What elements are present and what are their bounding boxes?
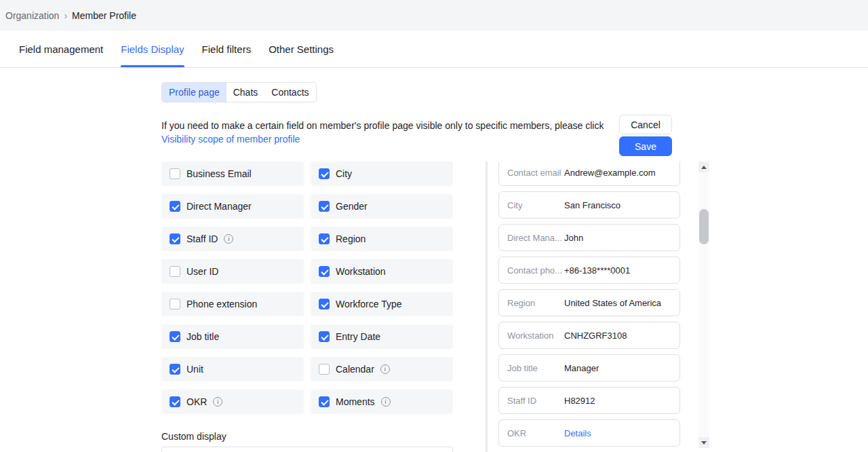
preview-field-value: Andrew@example.com (564, 168, 656, 178)
checkbox-icon[interactable] (170, 299, 180, 309)
field-column-1: Business Email Direct Manager Staff ID U… (161, 162, 304, 414)
field-row-entry-date[interactable]: Entry Date (311, 324, 453, 349)
field-label: Workstation (336, 266, 386, 277)
field-label: Workforce Type (336, 299, 402, 309)
preview-field-value: H82912 (564, 396, 595, 406)
subtab-chats[interactable]: Chats (226, 83, 265, 102)
subtab-label: Contacts (271, 87, 309, 98)
preview-field-label: Job title (507, 363, 564, 373)
tab-field-management[interactable]: Field management (19, 31, 103, 67)
preview-field-label: Region (507, 298, 564, 308)
field-row-direct-manager[interactable]: Direct Manager (161, 194, 304, 219)
field-row-business-email[interactable]: Business Email (161, 162, 304, 186)
preview-row-direct-mana: Direct Mana... John (498, 224, 680, 251)
action-buttons: Cancel Save (619, 115, 672, 156)
tab-label: Other Settings (269, 43, 334, 55)
save-button[interactable]: Save (619, 136, 672, 156)
preview-field-label: Contact email (507, 168, 564, 178)
preview-field-label: City (507, 200, 564, 210)
preview-row-contact-email: Contact email Andrew@example.com (498, 162, 680, 186)
subtab-profile-page[interactable]: Profile page (162, 83, 226, 102)
checkbox-icon[interactable] (319, 168, 330, 179)
field-label: City (336, 168, 352, 179)
field-column-2: City Gender Region Workstation Workforce… (311, 162, 453, 414)
field-row-city[interactable]: City (311, 162, 453, 186)
preview-field-value: Manager (564, 363, 599, 373)
checkbox-icon[interactable] (319, 201, 330, 212)
field-label: Gender (336, 201, 368, 212)
checkbox-icon[interactable] (319, 396, 330, 407)
preview-field-label: Staff ID (507, 396, 564, 406)
checkbox-icon[interactable] (170, 233, 180, 244)
info-icon[interactable] (224, 234, 233, 244)
preview-row-job-title: Job title Manager (498, 354, 680, 381)
preview-field-value: CNHZGRF3108 (564, 331, 627, 341)
checkbox-icon[interactable] (170, 396, 180, 407)
field-label: Direct Manager (186, 201, 252, 212)
field-row-workforce-type[interactable]: Workforce Type (311, 292, 453, 316)
field-row-job-title[interactable]: Job title (161, 324, 304, 349)
field-row-staff-id[interactable]: Staff ID (161, 227, 304, 251)
preview-details-link[interactable]: Details (564, 428, 591, 438)
preview-field-label: Direct Mana... (507, 233, 564, 243)
breadcrumb: Organization › Member Profile (0, 0, 868, 31)
preview-field-value: John (564, 233, 583, 243)
checkbox-icon[interactable] (170, 266, 180, 277)
preview-field-value: San Francisco (564, 200, 620, 210)
scroll-down-arrow-icon[interactable] (698, 437, 709, 448)
field-row-moments[interactable]: Moments (311, 390, 453, 414)
checkbox-icon[interactable] (170, 201, 180, 212)
preview-field-label: Workstation (507, 331, 564, 341)
field-row-calendar[interactable]: Calendar (311, 357, 453, 381)
info-icon[interactable] (213, 397, 222, 407)
profile-preview-panel: Contact email Andrew@example.com City Sa… (498, 162, 680, 452)
subtab-label: Chats (233, 87, 258, 98)
field-row-workstation[interactable]: Workstation (311, 259, 453, 284)
breadcrumb-organization[interactable]: Organization (5, 10, 59, 21)
preview-field-label: OKR (507, 428, 564, 438)
subtab-contacts[interactable]: Contacts (264, 83, 315, 102)
preview-field-label: Contact pho... (507, 265, 564, 276)
main-tabbar: Field managementFields DisplayField filt… (0, 31, 868, 68)
tab-fields-display[interactable]: Fields Display (121, 31, 184, 67)
field-label: Job title (186, 331, 219, 342)
info-icon[interactable] (380, 364, 390, 374)
field-label: Phone extension (186, 299, 257, 309)
checkbox-icon[interactable] (170, 364, 180, 375)
field-row-user-id[interactable]: User ID (161, 259, 304, 284)
cancel-button[interactable]: Cancel (619, 115, 672, 134)
field-row-unit[interactable]: Unit (161, 357, 304, 381)
tab-field-filters[interactable]: Field filters (202, 31, 252, 67)
preview-scrollbar[interactable] (698, 162, 709, 448)
breadcrumb-separator-icon: › (64, 10, 67, 21)
checkbox-icon[interactable] (319, 331, 330, 342)
custom-display-row (161, 447, 453, 452)
checkbox-icon[interactable] (319, 266, 330, 277)
field-row-region[interactable]: Region (311, 227, 453, 251)
description-text: If you need to make a certain field on m… (161, 119, 609, 132)
checkbox-icon[interactable] (170, 168, 180, 179)
scrollbar-thumb[interactable] (699, 209, 709, 244)
tab-label: Field filters (202, 43, 252, 55)
field-label: OKR (186, 396, 207, 407)
tab-label: Field management (19, 43, 103, 55)
checkbox-icon[interactable] (170, 331, 180, 342)
visibility-scope-link[interactable]: Visibility scope of member profile (161, 134, 300, 145)
preview-target-subtabs: Profile pageChatsContacts (161, 82, 317, 102)
preview-row-okr: OKR Details (498, 419, 680, 447)
scroll-up-arrow-icon[interactable] (698, 162, 709, 172)
info-icon[interactable] (381, 397, 391, 407)
subtab-label: Profile page (169, 87, 220, 98)
field-row-okr[interactable]: OKR (161, 390, 304, 414)
checkbox-icon[interactable] (319, 299, 330, 309)
field-label: Business Email (186, 168, 252, 179)
checkbox-icon[interactable] (319, 364, 330, 375)
field-label: Region (336, 233, 366, 244)
tab-other-settings[interactable]: Other Settings (269, 31, 334, 67)
field-row-phone-extension[interactable]: Phone extension (161, 292, 304, 316)
checkbox-icon[interactable] (319, 233, 330, 244)
custom-display-label: Custom display (161, 431, 226, 442)
field-label: User ID (186, 266, 218, 277)
field-row-gender[interactable]: Gender (311, 194, 453, 219)
breadcrumb-member-profile: Member Profile (72, 10, 136, 21)
